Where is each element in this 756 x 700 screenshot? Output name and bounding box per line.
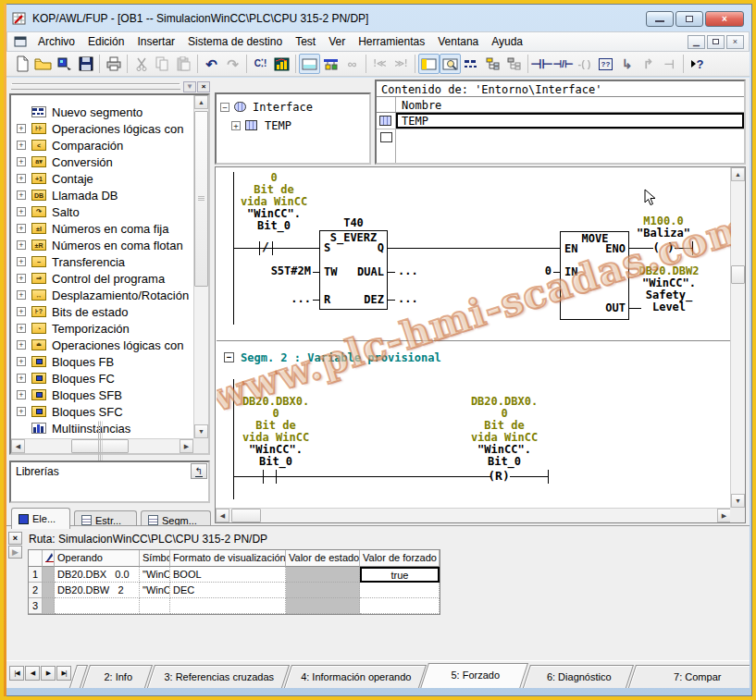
expand-icon[interactable] [17,207,26,216]
expand-icon[interactable] [17,357,26,366]
catalog-horizontal-scrollbar[interactable]: ◀ ▶ [11,438,193,453]
open-file-button[interactable] [32,54,54,74]
forzado-cell-selected[interactable]: true [360,567,440,583]
collapse-icon[interactable] [220,103,229,112]
new-file-button[interactable] [11,54,32,74]
forzado-cell[interactable] [360,583,440,598]
operando-cell[interactable]: DB20.DBW 2 [55,583,140,598]
tab-last-button[interactable]: ▶| [56,666,71,681]
scroll-thumb[interactable] [731,265,745,284]
no-contact[interactable] [263,470,264,484]
catalog-vertical-scrollbar[interactable]: ▲ ▼ [193,95,208,438]
restore-button[interactable] [675,11,703,27]
catalog-tree-button[interactable] [482,54,503,74]
ladder-editor-pane[interactable]: 0 Bit de vida WinCC "WinCC". Bit_0 T40 S… [215,166,746,523]
no-contact[interactable] [276,470,277,484]
expand-icon[interactable] [17,174,26,183]
expand-icon[interactable] [17,290,26,300]
marker-cell[interactable] [43,583,55,598]
nc-contact[interactable] [272,241,273,255]
open-branch-button[interactable]: ↳ [616,54,638,74]
scroll-thumb[interactable] [71,439,129,453]
insert-no-contact-button[interactable]: ⊣⊢ [531,54,552,74]
new-segment-button[interactable] [461,54,482,74]
expand-icon[interactable] [17,124,26,133]
jump-last-button[interactable]: ≫! [390,54,412,74]
help-select-button[interactable]: ? [687,54,708,74]
menu-ver[interactable]: Ver [322,32,352,51]
col-formato[interactable]: Formato de visualización [170,550,286,567]
simbolo-cell[interactable]: "WinC [140,567,170,583]
segment2-title[interactable]: Segm. 2 : Variable provisional [241,352,441,364]
mdi-minimize-button[interactable]: ▁ [688,35,705,49]
reset-coil[interactable]: (R) [488,470,509,482]
menu-archivo[interactable]: Archivo [31,32,81,51]
dez-value[interactable]: ... [398,293,418,305]
dual-value[interactable]: ... [398,265,418,277]
tab-forzado[interactable]: 5: Forzado [420,663,528,688]
scroll-left-button[interactable]: ◀ [216,509,229,522]
contents-row-temp[interactable]: TEMP [402,115,428,128]
menu-insertar[interactable]: Insertar [130,32,181,51]
redo-button[interactable]: ↷ [222,54,243,74]
menu-edicion[interactable]: Edición [81,32,130,51]
marker-cell[interactable] [43,598,55,614]
tab-informacion-operando[interactable]: 4: Información operando [284,665,427,688]
expand-icon[interactable] [17,224,26,233]
copy-button[interactable] [152,54,173,74]
mdi-restore-button[interactable] [707,35,725,49]
print-button[interactable] [103,54,124,74]
insert-empty-box-button[interactable]: ?? [595,54,616,74]
panel-next-button[interactable]: ▶ [8,546,22,559]
menu-herramientas[interactable]: Herramientas [352,32,431,51]
tab-elementos[interactable]: Ele... [11,508,70,529]
cut-button[interactable] [130,54,152,74]
col-simbolo[interactable]: Símbol [140,550,170,567]
close-button[interactable]: × [705,11,744,27]
estado-cell[interactable] [286,567,360,583]
undo-button[interactable]: ↶ [201,54,222,74]
overview-toggle-button[interactable] [299,54,320,74]
operando-cell[interactable] [55,598,140,614]
expand-icon[interactable] [17,324,26,333]
forzado-cell[interactable] [360,598,440,614]
estado-cell[interactable] [286,598,360,614]
tab-next-button[interactable]: ▶ [41,666,56,681]
r-value[interactable]: ... [291,293,311,305]
monitor-chart-button[interactable] [271,54,292,74]
catalog-dropdown-button[interactable]: ▼ [183,81,196,92]
col-valor-estado[interactable]: Valor de estado [286,550,360,567]
menu-test[interactable]: Test [289,32,322,51]
editor-vertical-scrollbar[interactable]: ▲ ▼ [730,167,745,508]
row-number[interactable]: 3 [29,598,43,614]
expand-icon[interactable] [17,340,26,350]
simbolo-cell[interactable]: "WinC [140,583,170,598]
sidebar-toggle-button[interactable] [418,54,440,74]
interface-root-node[interactable]: Interface [253,101,313,114]
monitor-glasses-button[interactable]: ∞ [341,54,363,74]
ladder-canvas[interactable]: 0 Bit de vida WinCC "WinCC". Bit_0 T40 S… [217,168,731,509]
expand-icon[interactable] [17,240,26,250]
nc-contact[interactable] [259,241,260,255]
libraries-panel[interactable]: Librerías ↰ [9,461,210,503]
expand-icon[interactable] [17,374,26,383]
in-value[interactable]: 0 [545,265,552,277]
open-block-button[interactable] [54,54,75,74]
save-button[interactable] [75,54,96,74]
formato-cell[interactable] [170,598,286,614]
network-view-button[interactable] [320,54,341,74]
expand-icon[interactable] [17,390,26,399]
expand-icon[interactable] [17,274,26,283]
row-number[interactable]: 1 [29,567,43,583]
expand-icon[interactable] [17,190,26,200]
scroll-down-button[interactable]: ▼ [731,494,745,508]
scroll-right-button[interactable]: ▶ [717,509,731,522]
interface-temp-node[interactable]: TEMP [265,119,291,132]
marker-cell[interactable] [43,567,55,583]
tab-referencias-cruzadas[interactable]: 3: Referencias cruzadas [147,665,290,688]
mdi-close-button[interactable]: × [726,35,744,49]
tab-info[interactable]: 2: Info [82,665,153,688]
expand-icon[interactable] [17,157,26,166]
tab-first-button[interactable]: |◀ [9,666,24,681]
connector-button[interactable]: ⊣ [659,54,680,74]
